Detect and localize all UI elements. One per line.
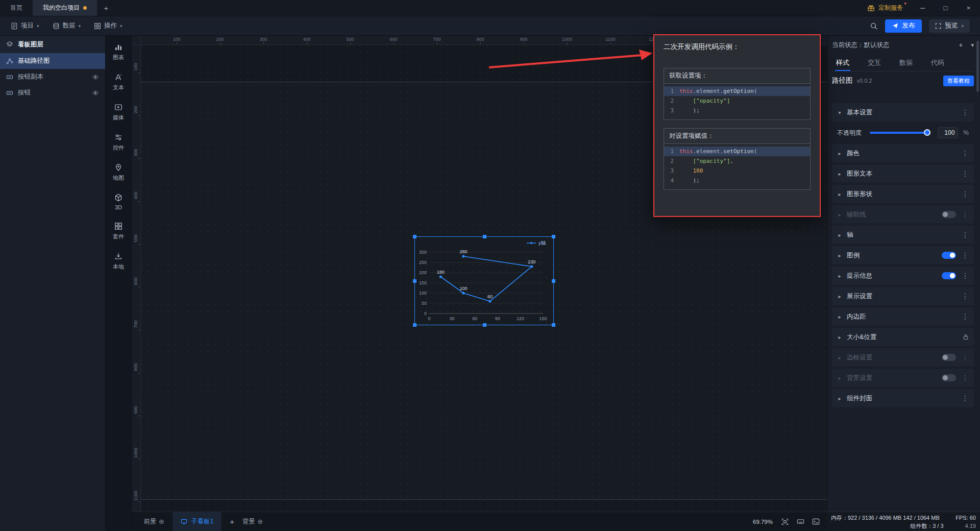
toggle-switch[interactable]	[942, 354, 956, 361]
selection-handle[interactable]	[483, 235, 486, 238]
selection-handle[interactable]	[413, 279, 416, 283]
chevron-down-icon[interactable]: ▾	[971, 42, 974, 49]
section-menu-icon[interactable]: ⋮	[962, 354, 969, 361]
toolbox-item[interactable]: 3D	[114, 194, 122, 210]
publish-button[interactable]: 发布	[885, 19, 922, 33]
section-menu-icon[interactable]: ⋮	[962, 293, 969, 300]
tab-interaction[interactable]: 交互	[868, 54, 881, 71]
selection-handle[interactable]	[413, 235, 416, 238]
inspector-section[interactable]: ▸内边距⋮	[832, 307, 974, 326]
section-menu-icon[interactable]: ⋮	[962, 170, 969, 177]
eye-icon[interactable]	[92, 89, 99, 96]
section-menu-icon[interactable]: ⋮	[962, 231, 969, 238]
toggle-switch[interactable]	[942, 211, 956, 218]
console-icon[interactable]	[811, 517, 821, 527]
selection-handle[interactable]	[552, 323, 555, 327]
arrow-right-icon: ▸	[837, 151, 842, 156]
toolbox-item[interactable]: 本地	[113, 252, 124, 271]
inspector-section[interactable]: ▸辅助线⋮	[832, 205, 974, 224]
tab-home[interactable]: 首页	[0, 0, 33, 16]
inspector-section[interactable]: ▸提示信息⋮	[832, 267, 974, 285]
section-menu-icon[interactable]: ⋮	[962, 150, 969, 157]
selection-handle[interactable]	[483, 323, 486, 327]
svg-text:250: 250	[419, 260, 427, 265]
section-menu-icon[interactable]: ⋮	[962, 190, 969, 198]
section-menu-icon[interactable]: ⋮	[962, 109, 969, 116]
tab-data[interactable]: 数据	[899, 54, 913, 71]
inspector-section[interactable]: ▸图形形状⋮	[832, 185, 974, 203]
opacity-value-input[interactable]: 100	[938, 127, 958, 138]
add-state-button[interactable]: +	[959, 41, 963, 49]
menu-bar: 项目 ▾ 数据 ▾ 操作 ▾ 发布 预览 ▾	[0, 16, 980, 36]
search-icon[interactable]	[870, 22, 878, 30]
tab-style[interactable]: 样式	[836, 54, 849, 71]
inspector-section[interactable]: ▸图形文本⋮	[832, 164, 974, 183]
toolbox-item[interactable]: 媒体	[113, 103, 124, 122]
minimize-button[interactable]: ─	[911, 0, 934, 16]
inspector-section[interactable]: ▾基本设置⋮	[832, 103, 974, 122]
section-menu-icon[interactable]: ⋮	[962, 272, 969, 279]
arrow-right-icon: ▸	[837, 334, 842, 340]
layer-item[interactable]: 基础路径图	[0, 53, 105, 69]
tab-code[interactable]: 代码	[931, 54, 944, 71]
selection-handle[interactable]	[413, 323, 416, 327]
memory-readout: 内存：922 / 3136 / 4096 MB 142 / 1064 MB	[831, 514, 940, 522]
widget-icon	[114, 133, 122, 141]
menu-data[interactable]: 数据 ▾	[46, 16, 88, 35]
new-tab-button[interactable]: +	[97, 0, 115, 16]
section-menu-icon[interactable]: ⋮	[962, 252, 969, 259]
toolbox-item[interactable]: 套件	[113, 222, 124, 240]
arrow-right-icon: ▸	[837, 314, 842, 320]
keyboard-icon[interactable]	[795, 517, 805, 527]
section-menu-icon[interactable]: ⋮	[962, 374, 969, 381]
gift-icon[interactable]	[867, 4, 875, 12]
zoom-level[interactable]: 69.79%	[753, 519, 773, 525]
close-button[interactable]: ×	[957, 0, 980, 16]
fps-readout: FPS: 60	[955, 514, 976, 522]
section-menu-icon[interactable]: ⋮	[962, 211, 969, 218]
lock-icon[interactable]	[963, 334, 969, 340]
selection-handle[interactable]	[552, 279, 555, 283]
opacity-slider[interactable]	[870, 132, 929, 134]
tab-current-project[interactable]: 我的空白项目	[33, 0, 97, 16]
inspector-section[interactable]: ▸颜色⋮	[832, 144, 974, 162]
subboard-tab[interactable]: 子看板1	[173, 512, 222, 531]
toolbox-item[interactable]: 地图	[113, 163, 124, 182]
toolbox-item[interactable]: 控件	[113, 133, 124, 152]
inspector-section[interactable]: ▸轴⋮	[832, 226, 974, 244]
menu-project[interactable]: 项目 ▾	[4, 16, 46, 35]
layer-item[interactable]: 按钮	[0, 85, 105, 101]
selection-handle[interactable]	[552, 235, 555, 238]
arrow-down-icon: ▾	[837, 110, 842, 115]
scrollbar-thumb[interactable]	[976, 41, 979, 92]
add-board-button[interactable]: +	[230, 517, 234, 526]
menu-action[interactable]: 操作 ▾	[87, 16, 129, 35]
inspector-section[interactable]: ▸大小&位置	[832, 328, 974, 346]
preview-button[interactable]: 预览 ▾	[929, 19, 970, 33]
custom-service-link[interactable]: 定制服务 ●	[878, 4, 903, 12]
toggle-switch[interactable]	[942, 272, 956, 279]
svg-text:120: 120	[517, 316, 524, 321]
toolbox-item[interactable]: 图表	[113, 43, 124, 61]
toggle-switch[interactable]	[942, 252, 956, 259]
monitor-icon	[181, 518, 187, 525]
annotation-arrow	[480, 45, 658, 76]
inspector-section[interactable]: ▸边框设置⋮	[832, 348, 974, 367]
inspector-section[interactable]: ▸背景设置⋮	[832, 369, 974, 387]
fit-screen-icon[interactable]	[780, 517, 790, 527]
file-icon	[11, 22, 18, 30]
inspector-section[interactable]: ▸图例⋮	[832, 246, 974, 264]
toggle-switch[interactable]	[942, 374, 956, 381]
add-foreground-icon[interactable]: ⊕	[159, 518, 164, 525]
layer-item[interactable]: 按钮副本	[0, 69, 105, 85]
add-background-icon[interactable]: ⊕	[257, 518, 263, 525]
selected-path-chart[interactable]: 0501001502002503000306090120150180100602…	[414, 236, 554, 325]
inspector-section[interactable]: ▸展示设置⋮	[832, 287, 974, 305]
inspector-section[interactable]: ▸组件封面⋮	[832, 389, 974, 407]
eye-icon[interactable]	[92, 74, 99, 81]
maximize-button[interactable]: □	[934, 0, 957, 16]
tutorial-button[interactable]: 查看教程	[943, 76, 974, 86]
toolbox-item[interactable]: 文本	[113, 73, 124, 91]
section-menu-icon[interactable]: ⋮	[962, 395, 969, 402]
section-menu-icon[interactable]: ⋮	[962, 313, 969, 320]
